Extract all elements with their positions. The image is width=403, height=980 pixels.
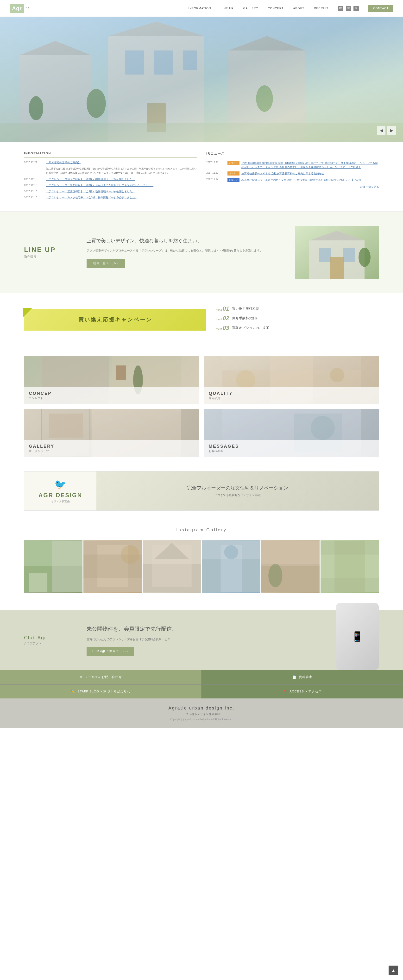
info-text-2[interactable]: 【アグレシリーズ埼玉２棟目】（全3棟）物件情報ページを公開しました。 bbox=[46, 177, 135, 181]
campaign-item-3: merit 03 買取オプションのご提案 bbox=[216, 325, 379, 331]
campaign-items: merit 01 買い換え無料相談 merit 02 仲介手数料の割引 meri… bbox=[216, 305, 379, 334]
info-text-1[interactable]: 【年末年始の営業のご案内】 bbox=[46, 161, 81, 165]
svg-point-56 bbox=[224, 545, 238, 559]
contact-button[interactable]: CONTACT bbox=[368, 5, 393, 12]
facebook-icon[interactable]: FB bbox=[346, 6, 351, 11]
club-label-area: Club Agr クラブアグレ bbox=[24, 635, 72, 646]
instagram-item-1[interactable] bbox=[24, 540, 83, 598]
agr-left: 🐦 AGR DESIGN オフィス代官山 bbox=[24, 471, 96, 511]
campaign-banner: 買い換え応援キャンペーン bbox=[24, 309, 206, 331]
club-phone: 📱 bbox=[336, 603, 379, 670]
agr-logo: AGR DESIGN bbox=[38, 492, 82, 499]
campaign-text-2: 仲介手数料の割引 bbox=[232, 316, 259, 320]
gallery-title: GALLERY bbox=[29, 444, 194, 449]
instagram-item-4[interactable] bbox=[202, 540, 260, 598]
ir-block: IRニュース 2017.12.21 お知らせ 平成30年3月期第３四半期決算短信… bbox=[206, 151, 379, 202]
ir-text-3[interactable]: 株式会社投資スタイル社との合う安全分析・一般投資家に配当予算の傾斜に関するお知ら… bbox=[241, 178, 364, 182]
information-section: INFORMATION 2017.12.22 【年末年始の営業のご案内】 誠に勝… bbox=[0, 142, 403, 212]
docs-icon: 📄 bbox=[292, 675, 296, 679]
svg-rect-4 bbox=[154, 51, 173, 75]
bottom-link-docs[interactable]: 📄 資料請求 bbox=[202, 670, 403, 684]
ir-badge-1: お知らせ bbox=[228, 161, 239, 165]
ir-date-2: 2017.11.21 bbox=[206, 172, 226, 174]
instagram-item-2[interactable] bbox=[83, 540, 142, 598]
lineup-section: LINE UP 物件情報 上質で美しいデザイン、快適な暮らしを紡ぐ住まい。 アグ… bbox=[0, 212, 403, 293]
info-text-5[interactable]: 【アグレシリーズカスタ住宅系】（全3棟）物件情報ページを公開しました。 bbox=[46, 196, 137, 200]
ir-item-3: 2017.11.14 お知らせ 株式会社投資スタイル社との合う安全分析・一般投資… bbox=[206, 178, 379, 182]
nav-lineup[interactable]: LINE UP bbox=[221, 7, 234, 10]
ir-text-2[interactable]: 決算短信発表のお知らせ 当社決算発表資料のご案内に関するお知らせ bbox=[241, 172, 324, 175]
info-item-2: 2017.12.13 【アグレシリーズ埼玉２棟目】（全3棟）物件情報ページを公開… bbox=[24, 177, 197, 181]
campaign-num-2: merit 02 bbox=[216, 315, 229, 322]
info-text-4[interactable]: 【アグレシリーズ三鷹③棟目】（全3棟）物件情報ページを公開しました。 bbox=[46, 189, 135, 194]
instagram-section: Instagram Gallery bbox=[0, 515, 403, 610]
nav-about[interactable]: ABOUT bbox=[293, 7, 304, 10]
concept-title: CONCEPT bbox=[29, 391, 194, 396]
bottom-link-access[interactable]: 📍 ACCESS > アクセス bbox=[202, 684, 403, 698]
nav-recruit[interactable]: RECRUIT bbox=[314, 7, 328, 10]
svg-rect-63 bbox=[335, 541, 365, 592]
grid-card-quality[interactable]: QUALITY 施宅品質 bbox=[204, 356, 379, 404]
svg-point-12 bbox=[256, 85, 273, 112]
nav-gallery[interactable]: GALLERY bbox=[243, 7, 258, 10]
quality-sub: 施宅品質 bbox=[209, 396, 374, 400]
svg-point-60 bbox=[268, 564, 282, 587]
instagram-title: Instagram Gallery bbox=[24, 528, 379, 533]
instagram-item-5[interactable] bbox=[261, 540, 320, 598]
grid-card-messages[interactable]: MESSAGES お客様の声 bbox=[204, 409, 379, 457]
lineup-label: LINE UP bbox=[24, 246, 72, 254]
bottom-link-docs-label: 資料請求 bbox=[299, 675, 312, 679]
hero-next-button[interactable]: ▶ bbox=[387, 126, 396, 135]
svg-rect-3 bbox=[125, 51, 144, 75]
svg-rect-14 bbox=[0, 123, 403, 142]
svg-rect-58 bbox=[261, 541, 320, 564]
ir-text-1[interactable]: 平成30年3月期第３四半期決算短信[日本基準]（連結）の公告について 本社初アナ… bbox=[241, 161, 379, 169]
hero-prev-button[interactable]: ◀ bbox=[377, 126, 385, 135]
info-date-4: 2017.12.13 bbox=[24, 189, 43, 194]
nav-concept[interactable]: CONCEPT bbox=[268, 7, 284, 10]
bottom-link-blog[interactable]: ✏️ STAFF BLOG > 家づくりだよりれ bbox=[0, 684, 201, 698]
logo-text: Agr bbox=[12, 5, 22, 11]
grid-card-concept[interactable]: CONCEPT コンセプト bbox=[24, 356, 199, 404]
svg-point-13 bbox=[29, 96, 43, 120]
svg-point-40 bbox=[311, 416, 335, 440]
bottom-link-mail-label: メールでのお問い合わせ bbox=[85, 675, 122, 679]
club-button[interactable]: Club Agr ご案内ページへ bbox=[86, 647, 134, 655]
social-icons: IG FB ✉ bbox=[338, 6, 359, 11]
bottom-link-blog-label: STAFF BLOG > 家づくりだよりれ bbox=[77, 689, 130, 694]
bottom-link-mail[interactable]: ✉ メールでのお問い合わせ bbox=[0, 670, 201, 684]
info-item-5: 2017.12.13 【アグレシリーズカスタ住宅系】（全3棟）物件情報ページを公… bbox=[24, 196, 197, 200]
lineup-button[interactable]: 物件一覧ページへ bbox=[86, 259, 125, 268]
campaign-text-3: 買取オプションのご提案 bbox=[232, 326, 269, 330]
logo-area[interactable]: Agr 1.2 bbox=[10, 4, 30, 13]
ir-more-link[interactable]: 記事一覧を見る bbox=[360, 185, 379, 188]
info-date-5: 2017.12.13 bbox=[24, 196, 43, 200]
campaign-corner bbox=[23, 308, 32, 317]
messages-sub: お客様の声 bbox=[209, 449, 374, 453]
lineup-sublabel: 物件情報 bbox=[24, 255, 72, 259]
agr-right[interactable]: 完全フルオーダーの注文住宅＆リノベーション いつまでも色褪せないデザイン邸宅 bbox=[96, 471, 379, 511]
lineup-house-image bbox=[295, 226, 379, 279]
grid-card-gallery[interactable]: GALLERY 施工例＆パーツ bbox=[24, 409, 199, 457]
svg-rect-25 bbox=[116, 366, 126, 380]
info-date-2: 2017.12.13 bbox=[24, 177, 43, 181]
ir-title: IRニュース bbox=[206, 151, 379, 158]
instagram-grid bbox=[24, 540, 379, 598]
quality-title: QUALITY bbox=[209, 391, 374, 396]
blog-icon: ✏️ bbox=[71, 690, 75, 694]
nav-information[interactable]: INFORMATION bbox=[188, 7, 211, 10]
instagram-item-3[interactable] bbox=[143, 540, 201, 598]
mail-icon[interactable]: ✉ bbox=[354, 6, 359, 11]
agr-right-sub: いつまでも色褪せないデザイン邸宅 bbox=[215, 493, 261, 497]
campaign-item-1: merit 01 買い換え無料相談 bbox=[216, 305, 379, 312]
bottom-links: ✉ メールでのお問い合わせ 📄 資料請求 ✏️ STAFF BLOG > 家づく… bbox=[0, 670, 403, 698]
lineup-main-title: 上質で美しいデザイン、快適な暮らしを紡ぐ住まい。 bbox=[86, 237, 280, 244]
svg-rect-43 bbox=[24, 541, 83, 566]
grid-section: CONCEPT コンセプト QUALITY 施宅品質 bbox=[0, 346, 403, 466]
information-title: INFORMATION bbox=[24, 151, 197, 158]
ir-item-2: 2017.11.21 お知らせ 決算短信発表のお知らせ 当社決算発表資料のご案内… bbox=[206, 172, 379, 175]
instagram-icon[interactable]: IG bbox=[338, 6, 343, 11]
info-text-3[interactable]: 【アグレシリーズ三鷹②棟目】（全3棟）おかげさまを持ちまして全完売にいたしました… bbox=[46, 183, 153, 188]
campaign-title: 買い換え応援キャンペーン bbox=[33, 316, 197, 323]
instagram-item-6[interactable] bbox=[320, 540, 379, 598]
